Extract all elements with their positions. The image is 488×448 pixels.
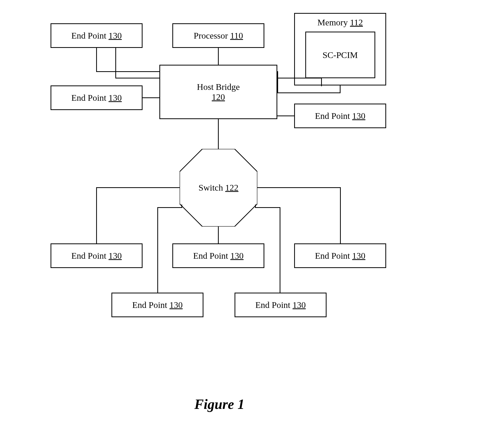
connector bbox=[96, 187, 97, 243]
connector bbox=[257, 187, 341, 188]
diagram-canvas: End Point 130 Processor 110 Memory 112 S… bbox=[0, 0, 488, 448]
connector bbox=[255, 207, 280, 208]
connector bbox=[115, 78, 159, 78]
endpoint-box: End Point 130 bbox=[294, 243, 386, 268]
connector bbox=[143, 97, 159, 98]
connector bbox=[96, 71, 159, 72]
host-bridge-label: Host Bridge 120 bbox=[197, 82, 240, 102]
connector bbox=[157, 207, 158, 293]
connector bbox=[280, 207, 280, 293]
connector bbox=[340, 85, 341, 93]
endpoint-box: End Point 130 bbox=[235, 293, 327, 317]
host-bridge-box: Host Bridge 120 bbox=[159, 65, 277, 119]
endpoint-box: End Point 130 bbox=[294, 104, 386, 128]
connector bbox=[218, 48, 219, 65]
switch-label: Switch 122 bbox=[180, 149, 257, 227]
sc-pcim-box: SC-PCIM bbox=[305, 32, 375, 78]
processor-label: Processor 110 bbox=[194, 31, 243, 41]
connector bbox=[96, 48, 97, 71]
figure-caption: Figure 1 bbox=[194, 396, 245, 412]
connector bbox=[181, 205, 182, 208]
processor-box: Processor 110 bbox=[172, 23, 264, 48]
endpoint-box: End Point 130 bbox=[51, 85, 143, 110]
endpoint-box: End Point 130 bbox=[172, 243, 264, 268]
connector bbox=[340, 187, 341, 243]
connector bbox=[115, 48, 116, 78]
connector bbox=[255, 205, 256, 208]
endpoint-label: End Point 130 bbox=[193, 251, 244, 261]
memory-label: Memory 112 bbox=[317, 17, 363, 27]
sc-pcim-label: SC-PCIM bbox=[322, 50, 358, 60]
endpoint-label: End Point 130 bbox=[315, 251, 365, 261]
connector bbox=[277, 78, 322, 78]
endpoint-label: End Point 130 bbox=[255, 300, 306, 310]
endpoint-label: End Point 130 bbox=[132, 300, 183, 310]
connector bbox=[218, 227, 219, 243]
memory-box: Memory 112 SC-PCIM bbox=[294, 13, 386, 85]
connector bbox=[157, 207, 182, 208]
connector bbox=[218, 119, 219, 149]
connector bbox=[277, 92, 341, 93]
endpoint-label: End Point 130 bbox=[71, 251, 122, 261]
switch-octagon: Switch 122 bbox=[180, 149, 257, 227]
connector bbox=[321, 78, 322, 86]
connector bbox=[96, 187, 180, 188]
endpoint-label: End Point 130 bbox=[315, 111, 365, 121]
endpoint-label: End Point 130 bbox=[71, 31, 122, 41]
connector bbox=[277, 71, 278, 93]
endpoint-box: End Point 130 bbox=[111, 293, 203, 317]
endpoint-box: End Point 130 bbox=[51, 243, 143, 268]
endpoint-box: End Point 130 bbox=[51, 23, 143, 48]
endpoint-label: End Point 130 bbox=[71, 93, 122, 103]
connector bbox=[277, 115, 294, 116]
